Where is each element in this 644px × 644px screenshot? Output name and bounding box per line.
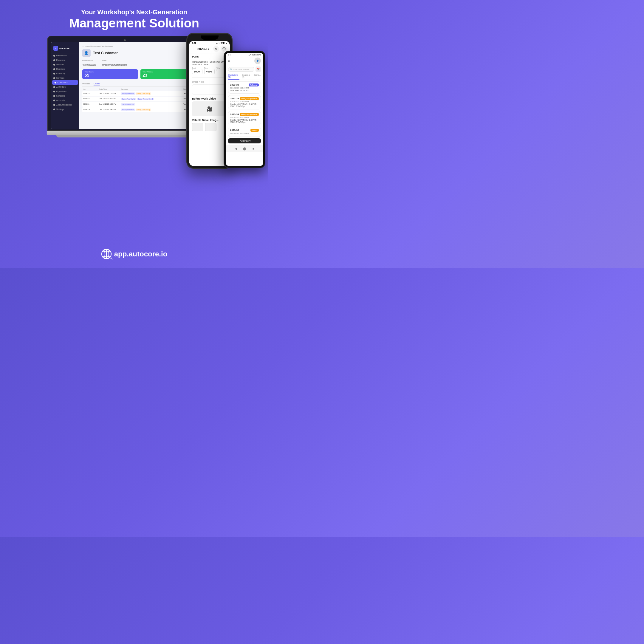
phone1-notch — [201, 35, 219, 40]
search-row: 🔍 Enter Order Number 📅 — [226, 65, 263, 73]
table-row: 2023-313 Dec 12 2023 3:00 PM Battery Flu… — [82, 97, 196, 101]
footer: ↖ app.autocore.io — [0, 249, 268, 259]
customer-name: Test Customer — [93, 51, 118, 55]
sidebar-item-operations[interactable]: Operations — [51, 89, 79, 94]
order-card-2023-39[interactable]: 2023-39 Followup 12/18/2023 6:21:04 PM Y… — [228, 81, 261, 94]
sidebar-item-schedule[interactable]: Schedule — [51, 94, 79, 98]
customer-header: 👤 Test Customer — [82, 49, 196, 57]
img-slot-1[interactable] — [192, 123, 203, 131]
logo-icon: A — [53, 46, 58, 51]
status-badge: Followup — [249, 83, 259, 86]
card-top: 2023-33 Inquiry — [230, 129, 259, 132]
calendar-icon[interactable]: 📅 — [256, 66, 261, 72]
phone2-body: ● ● ▲▼ WiFi 100% ≡ 👤 🔍 Enter Order Numbe… — [224, 51, 265, 168]
table-header: No. Date/Time Services Work — [82, 88, 196, 90]
sidebar-item-inventory[interactable]: Inventory — [51, 71, 79, 76]
status-badge: Inquiry — [250, 129, 259, 132]
sidebar-item-franchise[interactable]: Franchise — [51, 58, 79, 62]
phone1-statusbar: 1:02 ▲▼ WiFi ● — [189, 41, 230, 45]
breadcrumb: ← Home / Customers / Test Customer — [82, 45, 196, 47]
phone2-tabs: Quotations (4) Ongoing (2) Comp... — [226, 73, 263, 80]
sidebar-item-members[interactable]: Members — [51, 67, 79, 71]
footer-url-text: app.autocore.io — [114, 250, 168, 258]
sidebar-item-vendors[interactable]: Vendors — [51, 62, 79, 67]
customer-avatar: 👤 — [82, 49, 91, 57]
globe-icon: ↖ — [101, 249, 112, 259]
tab-vehicles[interactable]: Vehicles — [82, 82, 90, 86]
sidebar-item-customers[interactable]: Customers — [52, 80, 78, 85]
nav-recent[interactable]: ■ — [253, 147, 254, 150]
laptop-camera — [124, 39, 126, 41]
phone2-screen: ● ● ▲▼ WiFi 100% ≡ 👤 🔍 Enter Order Numbe… — [226, 53, 263, 166]
content-tabs: Vehicles Orders — [82, 82, 196, 86]
laptop-screen-outer: A autocore Dashboard Franchise Vendors M… — [47, 36, 202, 131]
laptop-main-content: ← Home / Customers / Test Customer 👤 Tes… — [79, 42, 199, 129]
laptop-foot — [56, 135, 193, 137]
sidebar-item-accounts[interactable]: Accounts — [51, 98, 79, 103]
logo-text: autocore — [59, 47, 69, 50]
total-orders-card: Total Orders 55 — [82, 69, 138, 79]
cursor-icon: ↖ — [110, 256, 113, 261]
add-inquiry-button[interactable]: + Add Inquiry — [228, 138, 261, 143]
table-row: 2023-316 Dec 12 2023 3:45 PM Battery Jum… — [82, 107, 196, 112]
cost-field: Cost 3000 — [192, 67, 202, 74]
table-row: 2023-312 Dec 12 2023 2:00 PM Battery Jum… — [82, 91, 196, 96]
status-badge: Ready For Quotation — [240, 97, 259, 100]
hero-section: Your Workshop's Next-Generation Manageme… — [0, 0, 268, 30]
email-field: Email mhadilimran042@gmail.com — [102, 60, 127, 67]
phone-field: Phone Number +923000000000 — [82, 60, 96, 67]
order-id: 2023-17 — [197, 47, 211, 51]
hero-title: Management Solution — [12, 17, 256, 30]
divider — [192, 77, 227, 78]
order-card-2023-34[interactable]: 2023-34 Ready For Quotation 12/18/2023 4… — [228, 111, 261, 125]
android-nav: ◀ ⬤ ■ — [226, 145, 263, 152]
footer-url: ↖ app.autocore.io — [101, 249, 168, 259]
refresh-button[interactable]: ↻ — [213, 46, 219, 52]
video-icon: 🎥 — [207, 106, 213, 112]
tab-orders[interactable]: Orders — [94, 82, 100, 86]
back-button[interactable]: ← — [192, 47, 196, 51]
laptop-device: A autocore Dashboard Franchise Vendors M… — [47, 36, 202, 137]
contact-row: Phone Number +923000000000 Email mhadili… — [82, 60, 196, 67]
tab-completed[interactable]: Comp... — [253, 73, 261, 80]
hamburger-icon[interactable]: ≡ — [228, 59, 230, 63]
nav-back[interactable]: ◀ — [235, 147, 237, 150]
phone2-topbar: ≡ 👤 — [226, 56, 263, 65]
card-top: 2023-39 Followup — [230, 83, 259, 86]
user-avatar[interactable]: 👤 — [254, 58, 261, 64]
tab-quotations[interactable]: Quotations (4) — [228, 73, 239, 80]
sidebar-item-account-reports[interactable]: Account Reports — [51, 103, 79, 107]
phone2-device: ● ● ▲▼ WiFi 100% ≡ 👤 🔍 Enter Order Numbe… — [224, 51, 265, 168]
parts-fields: Cost 3000 Price 4000 Total — [192, 67, 227, 74]
order-card-2023-36[interactable]: 2023-36 Ready For Quotation 12/18/2023 5… — [228, 95, 261, 109]
stats-row: Total Orders 55 Total Vehicles 23 — [82, 69, 196, 79]
hero-subtitle: Your Workshop's Next-Generation — [12, 8, 256, 16]
order-card-2023-33[interactable]: 2023-33 Inquiry 12/18/2023 3:30:00 PM — [228, 127, 261, 137]
sidebar-item-dashboard[interactable]: Dashboard — [51, 53, 79, 58]
laptop-screen: A autocore Dashboard Franchise Vendors M… — [51, 42, 199, 129]
order-note-box[interactable] — [192, 84, 227, 95]
card-top: 2023-34 Ready For Quotation — [230, 113, 259, 116]
tab-ongoing[interactable]: Ongoing (2) — [242, 73, 251, 80]
devices-container: A autocore Dashboard Franchise Vendors M… — [0, 33, 268, 209]
nav-home[interactable]: ⬤ — [243, 147, 246, 150]
sidebar-item-services[interactable]: Services — [51, 76, 79, 80]
search-input[interactable]: 🔍 Enter Order Number — [228, 67, 254, 72]
sidebar-item-settings[interactable]: Settings — [51, 107, 79, 112]
table-row: 2023-314 Dec 12 2023 3:00 PM Battery Jum… — [82, 102, 196, 107]
part-name: Honda Genuine - Engine Oil SM 10W-30 3.7… — [192, 61, 227, 66]
card-top: 2023-36 Ready For Quotation — [230, 97, 259, 100]
sidebar-logo: A autocore — [51, 45, 79, 53]
phone2-statusbar: ● ● ▲▼ WiFi 100% — [226, 53, 263, 56]
price-field: Price 4000 — [204, 67, 215, 74]
sidebar-item-all-orders[interactable]: All Orders — [51, 85, 79, 89]
video-upload-box[interactable]: 🎥 — [192, 101, 227, 116]
laptop-sidebar: A autocore Dashboard Franchise Vendors M… — [51, 42, 79, 129]
laptop-base — [47, 131, 203, 135]
img-slot-2[interactable] — [205, 123, 216, 131]
status-badge: Ready For Quotation — [240, 113, 259, 116]
